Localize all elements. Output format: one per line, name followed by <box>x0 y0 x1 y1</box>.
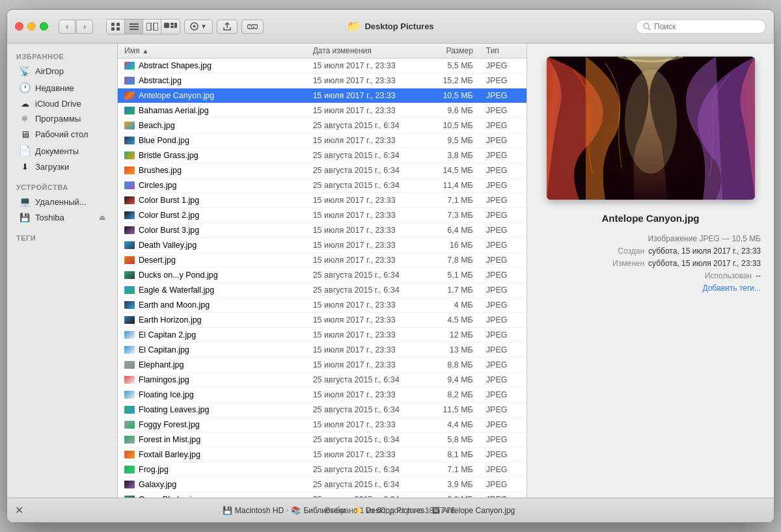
file-row[interactable]: Grass Blades.jpg 25 августа 2015 г., 6:3… <box>118 492 527 498</box>
gallery-view-button[interactable] <box>161 20 180 34</box>
file-row[interactable]: Circles.jpg 25 августа 2015 г., 6:34 11,… <box>118 178 527 193</box>
sidebar-item-desktop[interactable]: 🖥 Рабочий стол <box>10 126 115 142</box>
file-name: Death Valley.jpg <box>139 241 197 250</box>
action-button[interactable]: ▼ <box>184 20 213 34</box>
file-type: JPEG <box>480 449 527 460</box>
file-row[interactable]: Eagle & Waterfall.jpg 25 августа 2015 г.… <box>118 283 527 298</box>
file-row[interactable]: Frog.jpg 25 августа 2015 г., 6:34 7,1 МБ… <box>118 462 527 477</box>
svg-rect-12 <box>174 23 177 28</box>
file-row[interactable]: Abstract.jpg 15 июля 2017 г., 23:33 15,2… <box>118 73 527 88</box>
file-row[interactable]: Color Burst 2.jpg 15 июля 2017 г., 23:33… <box>118 208 527 223</box>
file-row[interactable]: Foxtail Barley.jpg 15 июля 2017 г., 23:3… <box>118 447 527 462</box>
bc-macintosh[interactable]: 💾 Macintosh HD <box>223 506 284 515</box>
file-row[interactable]: Bristle Grass.jpg 25 августа 2015 г., 6:… <box>118 148 527 163</box>
file-size: 3,9 МБ <box>421 479 480 490</box>
minimize-button[interactable] <box>27 22 36 31</box>
file-row[interactable]: Floating Leaves.jpg 25 августа 2015 г., … <box>118 403 527 418</box>
file-name: Color Burst 3.jpg <box>139 226 199 235</box>
file-row[interactable]: Earth and Moon.jpg 15 июля 2017 г., 23:3… <box>118 298 527 313</box>
file-type: JPEG <box>480 404 527 416</box>
file-name-cell: Abstract Shapes.jpg <box>118 60 307 72</box>
close-icon[interactable]: ✕ <box>15 504 23 516</box>
file-row[interactable]: Death Valley.jpg 15 июля 2017 г., 23:33 … <box>118 238 527 253</box>
file-name-cell: Death Valley.jpg <box>118 239 307 251</box>
file-name-cell: Foggy Forest.jpg <box>118 419 307 431</box>
file-size: 5,8 МБ <box>421 434 480 446</box>
file-row[interactable]: Forest in Mist.jpg 25 августа 2015 г., 6… <box>118 432 527 447</box>
search-input[interactable] <box>654 22 758 31</box>
forward-button[interactable]: › <box>76 20 93 34</box>
file-row[interactable]: Beach.jpg 25 августа 2015 г., 6:34 10,5 … <box>118 118 527 133</box>
file-row[interactable]: Flamingos.jpg 25 августа 2015 г., 6:34 9… <box>118 373 527 388</box>
file-type: JPEG <box>480 120 527 131</box>
file-type: JPEG <box>480 150 527 161</box>
file-row[interactable]: Galaxy.jpg 25 августа 2015 г., 6:34 3,9 … <box>118 477 527 492</box>
file-row[interactable]: Blue Pond.jpg 15 июля 2017 г., 23:33 9,5… <box>118 133 527 148</box>
file-row[interactable]: Floating Ice.jpg 15 июля 2017 г., 23:33 … <box>118 388 527 403</box>
file-thumbnail <box>124 286 135 294</box>
eject-icon[interactable]: ⏏ <box>99 213 105 222</box>
col-header-name[interactable]: Имя ▲ <box>118 46 307 55</box>
close-button[interactable] <box>15 22 23 31</box>
svg-point-15 <box>644 23 649 29</box>
sidebar-item-toshiba[interactable]: 💾 Toshiba ⏏ <box>10 210 115 225</box>
file-name-cell: Earth Horizon.jpg <box>118 314 307 326</box>
svg-line-16 <box>649 28 651 30</box>
file-name-cell: Antelope Canyon.jpg <box>118 90 307 101</box>
list-view-button[interactable] <box>125 20 143 34</box>
col-header-size[interactable]: Размер <box>421 46 480 55</box>
sidebar-item-icloud[interactable]: ☁ iCloud Drive <box>10 96 115 111</box>
file-row[interactable]: El Capitan 2.jpg 15 июля 2017 г., 23:33 … <box>118 328 527 343</box>
sidebar-item-remote[interactable]: 💻 Удаленный... <box>10 193 115 210</box>
sidebar-item-recents[interactable]: 🕐 Недавние <box>10 79 115 96</box>
file-name: Earth Horizon.jpg <box>139 315 202 325</box>
file-row[interactable]: Brushes.jpg 25 августа 2015 г., 6:34 14,… <box>118 163 527 178</box>
file-name: Antelope Canyon.jpg <box>139 91 214 100</box>
file-row[interactable]: Color Burst 3.jpg 15 июля 2017 г., 23:33… <box>118 223 527 238</box>
svg-rect-0 <box>111 23 115 26</box>
file-date: 15 июля 2017 г., 23:33 <box>307 239 422 251</box>
link-button[interactable] <box>241 20 264 34</box>
file-row[interactable]: Antelope Canyon.jpg 15 июля 2017 г., 23:… <box>118 88 527 103</box>
file-size: 11,5 МБ <box>421 404 480 416</box>
file-date: 15 июля 2017 г., 23:33 <box>307 449 422 460</box>
file-row[interactable]: Abstract Shapes.jpg 15 июля 2017 г., 23:… <box>118 59 527 73</box>
file-row[interactable]: Foggy Forest.jpg 15 июля 2017 г., 23:33 … <box>118 418 527 432</box>
file-thumbnail <box>124 331 135 339</box>
col-header-date[interactable]: Дата изменения <box>307 46 422 55</box>
file-name: Abstract Shapes.jpg <box>139 61 212 70</box>
search-icon <box>643 23 651 31</box>
file-date: 25 августа 2015 г., 6:34 <box>307 269 422 281</box>
file-date: 15 июля 2017 г., 23:33 <box>307 75 422 86</box>
svg-point-18 <box>625 70 677 174</box>
search-box[interactable] <box>636 20 766 34</box>
icon-view-button[interactable] <box>107 20 125 34</box>
file-row[interactable]: Ducks on...y Pond.jpg 25 августа 2015 г.… <box>118 268 527 283</box>
folder-icon: 📁 <box>347 20 361 33</box>
file-row[interactable]: El Capitan.jpg 15 июля 2017 г., 23:33 13… <box>118 343 527 358</box>
bc-hd-icon: 💾 <box>223 506 232 515</box>
sidebar-item-apps[interactable]: ⚛ Программы <box>10 111 115 126</box>
column-view-button[interactable] <box>143 20 161 34</box>
file-name: Bristle Grass.jpg <box>139 151 199 160</box>
file-row[interactable]: Earth Horizon.jpg 15 июля 2017 г., 23:33… <box>118 313 527 328</box>
col-header-type[interactable]: Тип <box>480 46 527 55</box>
file-row[interactable]: Bahamas Aerial.jpg 15 июля 2017 г., 23:3… <box>118 103 527 118</box>
back-button[interactable]: ‹ <box>59 20 75 34</box>
file-row[interactable]: Desert.jpg 15 июля 2017 г., 23:33 7,8 МБ… <box>118 253 527 268</box>
toolbar-right <box>636 20 766 34</box>
file-row[interactable]: Color Burst 1.jpg 15 июля 2017 г., 23:33… <box>118 193 527 208</box>
sidebar-item-docs[interactable]: 📄 Документы <box>10 142 115 159</box>
sidebar-item-downloads[interactable]: ⬇ Загрузки <box>10 159 115 174</box>
bc-lib-icon: 📚 <box>291 506 301 515</box>
preview-filename: Antelope Canyon.jpg <box>602 213 700 224</box>
file-name: Floating Leaves.jpg <box>139 405 209 414</box>
file-name-cell: Flamingos.jpg <box>118 374 307 386</box>
sidebar-item-airdrop[interactable]: 📡 AirDrop <box>10 62 115 79</box>
add-tags-link[interactable]: Добавить теги... <box>703 284 761 293</box>
file-row[interactable]: Elephant.jpg 15 июля 2017 г., 23:33 8,8 … <box>118 358 527 373</box>
file-size: 4,4 МБ <box>421 419 480 431</box>
share-button[interactable] <box>217 20 238 34</box>
meta-info-label <box>586 234 644 243</box>
maximize-button[interactable] <box>40 22 48 31</box>
